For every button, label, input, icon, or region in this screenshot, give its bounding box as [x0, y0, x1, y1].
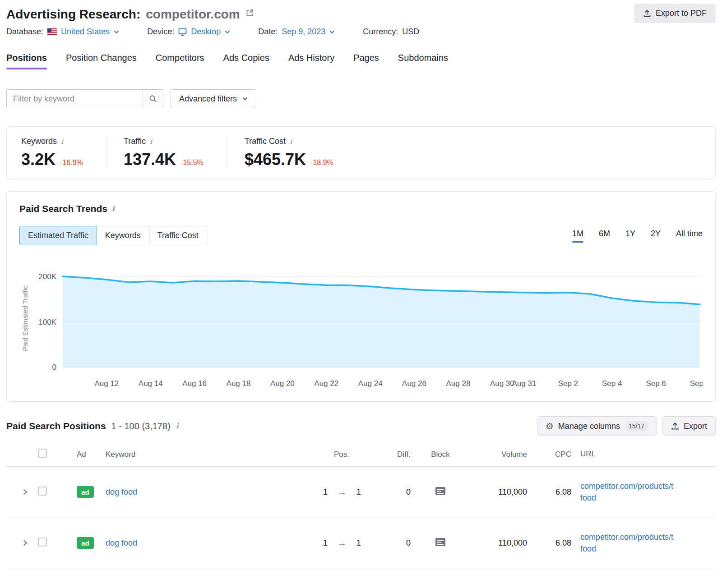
toggle-estimated-traffic[interactable]: Estimated Traffic — [19, 226, 97, 245]
column-header-volume[interactable]: Volume — [463, 450, 531, 459]
info-icon[interactable]: i — [112, 205, 115, 212]
column-header-diff[interactable]: Diff. — [382, 450, 418, 459]
svg-text:0: 0 — [52, 363, 56, 372]
info-icon[interactable]: i — [61, 138, 63, 145]
tab-ads-copies[interactable]: Ads Copies — [223, 53, 269, 69]
cpc-cell: 6.08 — [531, 487, 580, 497]
ad-badge[interactable]: ad — [77, 537, 94, 549]
range-all-time[interactable]: All time — [676, 229, 703, 243]
date-label: Date: — [258, 27, 278, 37]
svg-text:Aug 20: Aug 20 — [270, 379, 295, 388]
database-filter[interactable]: Database: United States — [6, 27, 119, 37]
position-to: 1 — [356, 487, 361, 497]
svg-text:200K: 200K — [38, 272, 56, 281]
paid-search-positions-table: Ad Keyword Pos. Diff. Block Volume CPC U… — [6, 442, 716, 569]
range-6m[interactable]: 6M — [599, 229, 610, 243]
keyword-link[interactable]: dog food — [106, 538, 137, 547]
export-button[interactable]: Export — [662, 416, 716, 436]
column-header-url[interactable]: URL — [580, 449, 716, 460]
url-link[interactable]: competitor.com/products/t food — [580, 482, 673, 502]
block-icon[interactable] — [435, 539, 446, 548]
info-icon[interactable]: i — [150, 138, 152, 145]
manage-columns-label: Manage columns — [558, 422, 620, 431]
svg-text:Aug 22: Aug 22 — [314, 379, 338, 388]
tab-pages[interactable]: Pages — [353, 53, 379, 69]
tab-position-changes[interactable]: Position Changes — [66, 53, 137, 69]
block-icon[interactable] — [435, 488, 446, 497]
keyword-filter-input[interactable] — [6, 89, 143, 108]
tab-ads-history[interactable]: Ads History — [288, 53, 334, 69]
svg-text:Aug 12: Aug 12 — [94, 379, 119, 388]
advertising-research-page: { "header": { "title_prefix": "Advertisi… — [0, 0, 722, 588]
position-from: 1 — [323, 487, 328, 497]
upload-icon — [671, 422, 679, 430]
info-icon[interactable]: i — [290, 138, 292, 145]
expand-row-icon[interactable] — [23, 488, 32, 496]
traffic-cost-stat-change: -18.9% — [310, 159, 333, 167]
export-pdf-button[interactable]: Export to PDF — [634, 4, 716, 23]
ad-badge[interactable]: ad — [77, 486, 94, 498]
date-filter[interactable]: Date: Sep 9, 2023 — [258, 27, 335, 37]
advanced-filters-label: Advanced filters — [179, 94, 237, 104]
filter-controls: Advanced filters — [6, 89, 716, 108]
tab-competitors[interactable]: Competitors — [156, 53, 204, 69]
row-checkbox[interactable] — [38, 487, 47, 496]
page-title-domain: competitor.com — [146, 7, 240, 22]
svg-text:100K: 100K — [38, 318, 56, 326]
position-arrow-icon: → — [338, 538, 347, 548]
device-value[interactable]: Desktop — [191, 27, 221, 37]
select-all-checkbox[interactable] — [38, 449, 47, 458]
page-title-prefix: Advertising Research: — [6, 7, 140, 22]
search-button[interactable] — [143, 89, 163, 108]
paid-estimated-traffic-chart[interactable]: 0100K200KAug 12Aug 14Aug 16Aug 18Aug 20A… — [19, 253, 703, 393]
range-2y[interactable]: 2Y — [651, 229, 661, 243]
time-range-selector: 1M 6M 1Y 2Y All time — [572, 229, 703, 243]
url-link[interactable]: competitor.com/products/t food — [580, 533, 673, 553]
chevron-down-icon — [329, 30, 335, 34]
tab-subdomains[interactable]: Subdomains — [398, 53, 448, 69]
svg-text:Sep 4: Sep 4 — [602, 379, 622, 388]
toggle-keywords[interactable]: Keywords — [97, 226, 149, 245]
external-link-icon[interactable] — [245, 9, 254, 17]
expand-row-icon[interactable] — [23, 539, 32, 547]
info-icon[interactable]: i — [176, 423, 179, 430]
traffic-cost-stat-value: $465.7K — [245, 150, 306, 169]
position-from: 1 — [323, 538, 328, 548]
range-1y[interactable]: 1Y — [625, 229, 635, 243]
currency-label: Currency: — [363, 27, 398, 37]
diff-cell: 0 — [382, 487, 418, 497]
column-header-block[interactable]: Block — [418, 450, 463, 459]
table-row: ad dog food 1 → 1 0 110,000 6.08 competi… — [6, 467, 716, 518]
column-header-pos[interactable]: Pos. — [305, 450, 382, 459]
column-header-cpc[interactable]: CPC — [531, 450, 580, 459]
traffic-stat-change: -15.5% — [180, 159, 204, 167]
diff-cell: 0 — [382, 538, 418, 548]
monitor-icon — [178, 28, 187, 36]
device-filter[interactable]: Device: Desktop — [147, 27, 230, 37]
date-value[interactable]: Sep 9, 2023 — [282, 27, 325, 37]
search-icon — [149, 95, 157, 103]
row-checkbox[interactable] — [38, 537, 47, 547]
traffic-stat: Traffic i 137.4K -15.5% — [107, 137, 227, 169]
cpc-cell: 6.08 — [531, 538, 580, 548]
tab-bar: Positions Position Changes Competitors A… — [6, 53, 716, 69]
manage-columns-button[interactable]: ⚙ Manage columns 15/17 — [537, 416, 657, 436]
export-pdf-label: Export to PDF — [656, 9, 707, 18]
tab-positions[interactable]: Positions — [6, 53, 47, 69]
svg-text:Aug 26: Aug 26 — [402, 379, 426, 388]
traffic-stat-label: Traffic — [124, 137, 146, 146]
column-header-keyword[interactable]: Keyword — [93, 450, 305, 459]
column-header-ad[interactable]: Ad — [60, 450, 93, 459]
advanced-filters-button[interactable]: Advanced filters — [171, 89, 256, 108]
table-row: ad dog food 1 → 1 0 110,000 6.08 competi… — [6, 518, 716, 569]
keyword-link[interactable]: dog food — [106, 487, 137, 496]
svg-text:Sep 8: Sep 8 — [690, 379, 703, 388]
currency-value: USD — [402, 27, 419, 37]
positions-title: Paid Search Positions — [6, 421, 106, 432]
database-value[interactable]: United States — [61, 27, 110, 37]
database-label: Database: — [6, 27, 43, 37]
svg-text:Aug 24: Aug 24 — [358, 379, 383, 388]
range-1m[interactable]: 1M — [572, 229, 583, 243]
svg-text:Aug 30: Aug 30 — [490, 379, 514, 388]
toggle-traffic-cost[interactable]: Traffic Cost — [149, 226, 207, 245]
